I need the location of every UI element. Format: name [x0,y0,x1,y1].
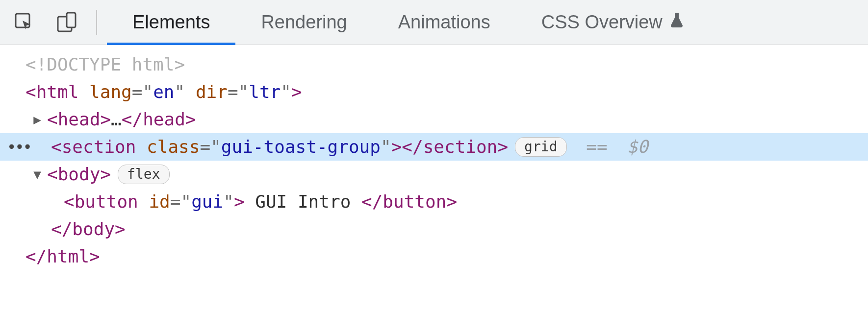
tab-label: CSS Overview [541,12,663,33]
dom-node-html-close[interactable]: </html> [0,243,868,270]
text-node: GUI Intro [245,188,361,215]
console-ref: == [576,133,618,161]
dom-node-head[interactable]: ▶<head>…</head> [0,106,868,133]
dom-node-html-open[interactable]: <html lang="en" dir="ltr"> [0,78,868,106]
attr-name: lang [89,78,132,106]
tab-animations[interactable]: Animations [373,0,516,45]
expand-arrow-icon[interactable]: ▶ [31,106,43,133]
layout-badge[interactable]: grid [515,137,566,157]
ellipsis: … [111,106,122,133]
devtools-toolbar: Elements Rendering Animations CSS Overvi… [0,0,868,45]
tag-name: section [62,133,136,161]
tab-rendering[interactable]: Rendering [235,0,372,45]
tag-name: head [58,106,101,133]
tab-css-overview[interactable]: CSS Overview [516,0,710,45]
dom-node-button[interactable]: <button id="gui"> GUI Intro </button> [0,188,868,215]
collapse-arrow-icon[interactable]: ▼ [31,161,43,188]
tag-name: html [36,78,79,106]
dom-node-doctype[interactable]: <!DOCTYPE html> [0,51,868,78]
tab-label: Animations [398,12,490,33]
tag-name: body [58,161,101,188]
attr-value: en [153,78,174,106]
tag-name: body [72,215,115,243]
attr-value: gui-toast-group [221,133,381,161]
dom-node-body-open[interactable]: ▼<body>flex [0,161,868,188]
tag-name: button [75,188,138,215]
tag-name: html [47,243,89,270]
layout-badge[interactable]: flex [118,165,169,184]
doctype-text: <!DOCTYPE html> [26,51,185,78]
elements-tree: <!DOCTYPE html> <html lang="en" dir="ltr… [0,45,868,270]
toolbar-icon-group [13,10,97,35]
dom-node-section-selected[interactable]: ••• <section class="gui-toast-group"></s… [0,133,868,161]
tab-elements[interactable]: Elements [107,0,235,45]
console-ref-var: $0 [627,133,648,161]
dom-node-body-close[interactable]: </body> [0,215,868,243]
overflow-menu-icon[interactable]: ••• [7,133,31,161]
attr-value: ltr [249,78,281,106]
svg-rect-2 [67,13,76,27]
attr-name: class [147,133,200,161]
devtools-tabs: Elements Rendering Animations CSS Overvi… [107,0,710,45]
tab-label: Rendering [261,12,347,33]
device-toggle-icon[interactable] [55,11,78,34]
flask-icon [669,12,684,33]
inspect-element-icon[interactable] [13,11,36,34]
attr-name: dir [196,78,228,106]
tab-label: Elements [132,12,210,33]
attr-value: gui [191,188,223,215]
attr-name: id [149,188,170,215]
